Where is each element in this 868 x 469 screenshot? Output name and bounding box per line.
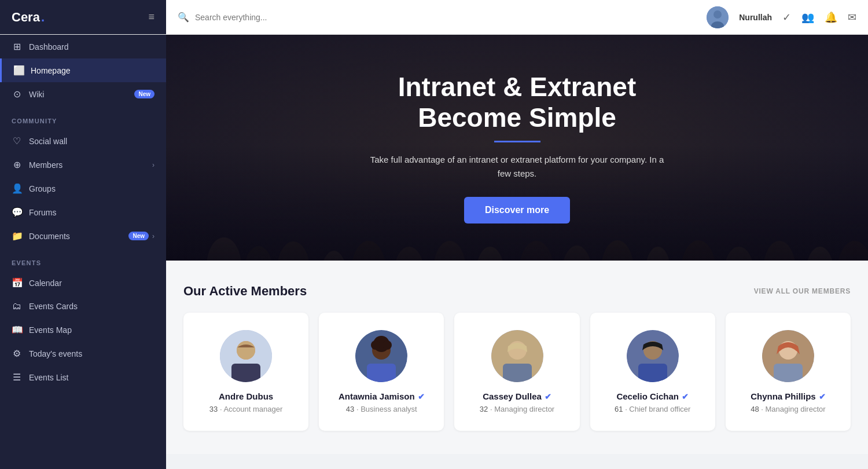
hero-divider: [494, 141, 540, 142]
sidebar-item-wiki[interactable]: ⊙ Wiki New: [0, 82, 166, 106]
verified-icon: ✔: [682, 392, 689, 401]
chevron-right-icon: ›: [152, 161, 155, 169]
member-card[interactable]: Cassey Dullea ✔ 32 · Managing director: [454, 313, 579, 431]
sidebar-item-label: Documents: [29, 232, 70, 241]
hero-section: Intranet & Extranet Become Simple Take f…: [166, 35, 868, 261]
person-icon: 👤: [12, 183, 22, 194]
sidebar-item-social-wall[interactable]: ♡ Social wall: [0, 129, 166, 153]
svg-point-1: [713, 10, 722, 19]
sidebar-item-label: Events Cards: [29, 302, 78, 311]
member-card[interactable]: Andre Dubus 33 · Account manager: [183, 313, 308, 431]
sidebar-item-label: Groups: [29, 184, 56, 193]
sidebar-item-label: Events List: [29, 373, 68, 382]
sidebar-item-label: Calendar: [29, 279, 62, 288]
heart-icon: ♡: [12, 135, 22, 146]
sidebar-item-label: Today's events: [29, 349, 82, 358]
chevron-right-icon: ›: [152, 232, 155, 240]
layers-icon: 🗂: [12, 301, 22, 312]
homepage-icon: ⬜: [13, 65, 24, 76]
sidebar-item-label: Members: [29, 160, 62, 170]
svg-rect-27: [367, 364, 396, 382]
community-section-label: Community: [0, 106, 166, 129]
sidebar-item-events-cards[interactable]: 🗂 Events Cards: [0, 295, 166, 318]
member-name: Antawnia Jamison ✔: [339, 391, 425, 401]
sidebar-item-forums[interactable]: 💬 Forums: [0, 200, 166, 224]
wiki-badge: New: [134, 90, 155, 98]
members-grid: Andre Dubus 33 · Account manager Antawni…: [183, 313, 851, 431]
list-icon: ☰: [12, 372, 22, 383]
members-section: Our Active Members VIEW ALL OUR MEMBERS …: [166, 261, 868, 454]
check-icon[interactable]: ✓: [782, 11, 791, 24]
sidebar: ⊞ Dashboard ⬜ Homepage ⊙ Wiki New Commun…: [0, 35, 166, 469]
sidebar-item-todays-events[interactable]: ⚙ Today's events: [0, 342, 166, 365]
svg-rect-22: [231, 364, 260, 382]
hero-subtitle: Take full advantage of an intranet or ex…: [367, 153, 668, 181]
member-name: Cecelio Cichan ✔: [616, 391, 689, 401]
svg-rect-32: [503, 364, 532, 382]
sidebar-item-label: Social wall: [29, 137, 67, 146]
member-name: Andre Dubus: [219, 391, 273, 401]
user-name: Nurullah: [739, 13, 772, 22]
calendar-icon: 📅: [12, 277, 22, 288]
mail-icon[interactable]: ✉: [848, 11, 856, 24]
events-section-label: Events: [0, 248, 166, 271]
svg-rect-35: [638, 364, 667, 382]
people-icon[interactable]: 👥: [801, 11, 814, 24]
docs-badge-chevron: New ›: [128, 232, 155, 240]
sidebar-item-events-map[interactable]: 📖 Events Map: [0, 318, 166, 342]
svg-point-29: [382, 340, 392, 350]
svg-point-23: [237, 341, 255, 360]
member-meta: 61 · Chief brand officer: [615, 405, 690, 413]
member-avatar: [491, 330, 543, 382]
member-card[interactable]: Chynna Phillips ✔ 48 · Managing director: [726, 313, 851, 431]
members-header: Our Active Members VIEW ALL OUR MEMBERS: [183, 284, 851, 299]
search-input[interactable]: [195, 13, 369, 22]
sidebar-item-documents[interactable]: 📁 Documents New ›: [0, 224, 166, 248]
hero-content: Intranet & Extranet Become Simple Take f…: [344, 72, 691, 224]
topbar-right: Nurullah ✓ 👥 🔔 ✉: [707, 6, 856, 28]
svg-rect-38: [774, 364, 803, 382]
chat-icon: 💬: [12, 207, 22, 218]
members-section-title: Our Active Members: [183, 284, 307, 299]
sidebar-header: Cera. ≡: [0, 0, 166, 34]
svg-point-28: [371, 340, 380, 350]
bell-icon[interactable]: 🔔: [825, 11, 837, 24]
discover-more-button[interactable]: Discover more: [464, 197, 570, 223]
sidebar-item-events-list[interactable]: ☰ Events List: [0, 365, 166, 389]
member-name: Cassey Dullea ✔: [483, 391, 551, 401]
member-avatar: [627, 330, 679, 382]
sidebar-item-label: Wiki: [29, 90, 44, 99]
verified-icon: ✔: [819, 392, 826, 401]
verified-icon: ✔: [545, 392, 551, 401]
sidebar-item-label: Homepage: [31, 66, 71, 75]
sun-icon: ⚙: [12, 348, 22, 359]
sidebar-item-members[interactable]: ⊕ Members ›: [0, 153, 166, 177]
search-area: 🔍: [166, 12, 707, 23]
avatar: [707, 6, 729, 28]
view-all-members-link[interactable]: VIEW ALL OUR MEMBERS: [754, 287, 851, 295]
verified-icon: ✔: [418, 392, 425, 401]
member-card[interactable]: Antawnia Jamison ✔ 43 · Business analyst: [319, 313, 444, 431]
member-name: Chynna Phillips ✔: [751, 391, 826, 401]
member-avatar: [762, 330, 814, 382]
main-content: Intranet & Extranet Become Simple Take f…: [166, 35, 868, 469]
sidebar-item-label: Events Map: [29, 325, 72, 335]
sidebar-item-label: Forums: [29, 208, 56, 217]
member-card[interactable]: Cecelio Cichan ✔ 61 · Chief brand office…: [590, 313, 715, 431]
app-logo: Cera.: [12, 10, 45, 25]
sidebar-item-label: Dashboard: [29, 42, 69, 52]
member-avatar: [220, 330, 272, 382]
hero-title: Intranet & Extranet Become Simple: [367, 72, 668, 133]
sidebar-item-groups[interactable]: 👤 Groups: [0, 177, 166, 200]
menu-toggle-icon[interactable]: ≡: [148, 11, 155, 23]
wiki-icon: ⊙: [12, 89, 22, 100]
sidebar-item-calendar[interactable]: 📅 Calendar: [0, 271, 166, 295]
member-meta: 33 · Account manager: [209, 405, 283, 413]
member-meta: 43 · Business analyst: [346, 405, 417, 413]
search-icon: 🔍: [178, 12, 189, 23]
sidebar-item-homepage[interactable]: ⬜ Homepage: [0, 58, 166, 82]
sidebar-item-dashboard[interactable]: ⊞ Dashboard: [0, 35, 166, 58]
dashboard-icon: ⊞: [12, 41, 22, 52]
globe-icon: ⊕: [12, 159, 22, 170]
folder-icon: 📁: [12, 230, 22, 241]
